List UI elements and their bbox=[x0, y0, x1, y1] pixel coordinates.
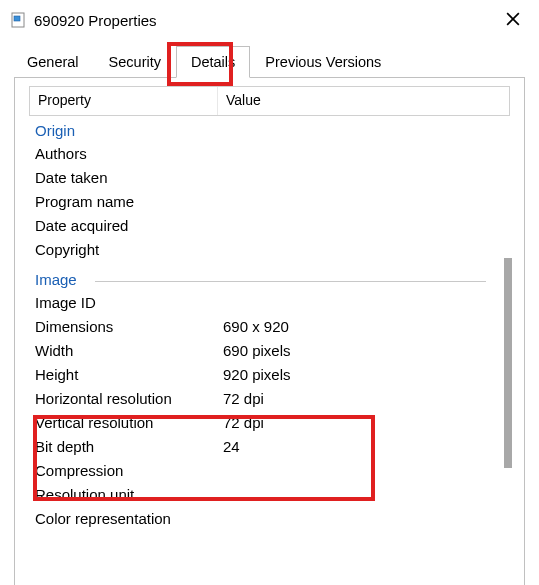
table-row[interactable]: Horizontal resolution 72 dpi bbox=[29, 386, 510, 410]
scrollbar-thumb[interactable] bbox=[504, 258, 512, 468]
header-property[interactable]: Property bbox=[30, 87, 218, 115]
property-grid: Property Value Origin Authors Date taken… bbox=[17, 86, 522, 585]
prop-label: Dimensions bbox=[35, 318, 223, 335]
section-origin: Origin bbox=[29, 118, 510, 141]
titlebar: 690920 Properties bbox=[0, 0, 539, 40]
tab-general[interactable]: General bbox=[12, 46, 94, 78]
table-row[interactable]: Date acquired bbox=[29, 213, 510, 237]
prop-label: Date acquired bbox=[35, 217, 223, 234]
prop-value bbox=[223, 510, 504, 527]
section-divider bbox=[95, 281, 486, 282]
grid-header: Property Value bbox=[29, 86, 510, 116]
grid-body: Origin Authors Date taken Program name D… bbox=[29, 116, 510, 576]
prop-value bbox=[223, 462, 504, 479]
table-row[interactable]: Program name bbox=[29, 189, 510, 213]
prop-value: 72 dpi bbox=[223, 390, 504, 407]
prop-label: Horizontal resolution bbox=[35, 390, 223, 407]
prop-label: Color representation bbox=[35, 510, 223, 527]
table-row[interactable]: Authors bbox=[29, 141, 510, 165]
table-row[interactable]: Width 690 pixels bbox=[29, 338, 510, 362]
tab-security[interactable]: Security bbox=[94, 46, 176, 78]
prop-label: Date taken bbox=[35, 169, 223, 186]
prop-label: Authors bbox=[35, 145, 223, 162]
table-row[interactable]: Date taken bbox=[29, 165, 510, 189]
prop-value bbox=[223, 145, 504, 162]
table-row[interactable]: Image ID bbox=[29, 290, 510, 314]
table-row[interactable]: Compression bbox=[29, 458, 510, 482]
prop-label: Resolution unit bbox=[35, 486, 223, 503]
table-row[interactable]: Bit depth 24 bbox=[29, 434, 510, 458]
prop-label: Height bbox=[35, 366, 223, 383]
table-row[interactable]: Copyright bbox=[29, 237, 510, 261]
details-panel: Property Value Origin Authors Date taken… bbox=[14, 77, 525, 585]
table-row[interactable]: Dimensions 690 x 920 bbox=[29, 314, 510, 338]
table-row[interactable]: Vertical resolution 72 dpi bbox=[29, 410, 510, 434]
prop-label: Bit depth bbox=[35, 438, 223, 455]
prop-label: Width bbox=[35, 342, 223, 359]
file-icon bbox=[10, 12, 26, 28]
prop-value: 72 dpi bbox=[223, 414, 504, 431]
prop-label: Program name bbox=[35, 193, 223, 210]
prop-value: 920 pixels bbox=[223, 366, 504, 383]
window-title: 690920 Properties bbox=[34, 12, 499, 29]
table-row[interactable]: Height 920 pixels bbox=[29, 362, 510, 386]
tab-details[interactable]: Details bbox=[176, 46, 250, 78]
prop-value bbox=[223, 241, 504, 258]
prop-value: 690 x 920 bbox=[223, 318, 504, 335]
prop-value: 24 bbox=[223, 438, 504, 455]
prop-value bbox=[223, 193, 504, 210]
tab-previous-versions[interactable]: Previous Versions bbox=[250, 46, 396, 78]
svg-rect-1 bbox=[14, 16, 20, 21]
prop-label: Vertical resolution bbox=[35, 414, 223, 431]
prop-value: 690 pixels bbox=[223, 342, 504, 359]
table-row[interactable]: Resolution unit bbox=[29, 482, 510, 506]
prop-label: Image ID bbox=[35, 294, 223, 311]
prop-value bbox=[223, 217, 504, 234]
prop-label: Copyright bbox=[35, 241, 223, 258]
close-icon[interactable] bbox=[499, 10, 527, 31]
header-value[interactable]: Value bbox=[218, 87, 509, 115]
section-image: Image bbox=[29, 267, 510, 290]
prop-value bbox=[223, 294, 504, 311]
prop-value bbox=[223, 169, 504, 186]
table-row[interactable]: Color representation bbox=[29, 506, 510, 530]
tab-strip: General Security Details Previous Versio… bbox=[0, 40, 539, 78]
prop-label: Compression bbox=[35, 462, 223, 479]
prop-value bbox=[223, 486, 504, 503]
